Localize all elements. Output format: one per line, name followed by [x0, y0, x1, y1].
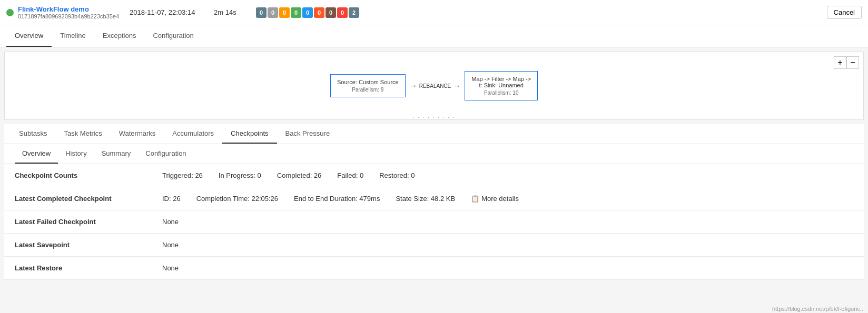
- duration-value: End to End Duration: 479ms: [294, 195, 380, 203]
- triggered-count: Triggered: 26: [162, 171, 203, 179]
- zoom-in-button[interactable]: +: [834, 56, 846, 69]
- job-datetime: 2018-11-07, 22:03:14: [130, 8, 203, 16]
- subtab-overview[interactable]: Overview: [15, 144, 58, 164]
- job-status-dot: [6, 9, 14, 16]
- savepoint-value: None: [162, 241, 179, 249]
- row-label-counts: Checkpoint Counts: [4, 164, 152, 187]
- table-row: Checkpoint Counts Triggered: 26 In Progr…: [4, 164, 864, 187]
- tab-timeline[interactable]: Timeline: [52, 25, 94, 47]
- arrow-icon: →: [410, 82, 417, 90]
- tab-task-metrics[interactable]: Task Metrics: [55, 124, 110, 144]
- in-progress-count: In Progress: 0: [219, 171, 261, 179]
- tab-back-pressure[interactable]: Back Pressure: [277, 124, 339, 144]
- job-info: Flink-WorkFlow demo 0171897fa809692093b4…: [6, 5, 119, 19]
- row-label-savepoint: Latest Savepoint: [4, 234, 152, 257]
- resize-handle[interactable]: · · · · · · · · ·: [5, 115, 863, 119]
- arrow-icon-2: →: [453, 82, 460, 90]
- table-row: Latest Completed Checkpoint ID: 26 Compl…: [4, 187, 864, 210]
- job-id: 0171897fa809692093b4a9b223cb35e4: [18, 13, 119, 19]
- job-graph: + − Source: Custom Source Parallelism: 8…: [4, 52, 864, 120]
- row-label-completed: Latest Completed Checkpoint: [4, 187, 152, 210]
- external-link-icon: 📋: [471, 195, 479, 203]
- content-area: Checkpoint Counts Triggered: 26 In Progr…: [4, 164, 864, 280]
- badge-deploying: 0: [279, 7, 290, 18]
- tab-subtasks[interactable]: Subtasks: [11, 124, 55, 144]
- top-navigation: Overview Timeline Exceptions Configurati…: [0, 25, 868, 47]
- badge-created: 0: [256, 7, 267, 18]
- row-label-failed: Latest Failed Checkpoint: [4, 210, 152, 234]
- tab-overview[interactable]: Overview: [6, 25, 52, 47]
- badge-canceling: 0: [314, 7, 324, 18]
- badge-count: 2: [349, 7, 359, 18]
- state-size: State Size: 48.2 KB: [396, 195, 455, 203]
- restored-count: Restored: 0: [379, 171, 415, 179]
- graph-content: Source: Custom Source Parallelism: 8 → R…: [5, 52, 863, 119]
- table-row: Latest Failed Checkpoint None: [4, 210, 864, 234]
- checkpoint-table: Checkpoint Counts Triggered: 26 In Progr…: [4, 164, 864, 280]
- sink-node-title: Map -> Filter -> Map ->t: Sink: Unnamed: [471, 76, 531, 88]
- completion-time: Completion Time: 22:05:26: [196, 195, 278, 203]
- checkpoint-id: ID: 26: [162, 195, 181, 203]
- tab-exceptions[interactable]: Exceptions: [94, 25, 145, 47]
- failed-count: Failed: 0: [337, 171, 363, 179]
- subtab-history[interactable]: History: [58, 144, 94, 164]
- job-duration: 2m 14s: [214, 8, 245, 16]
- badge-scheduled: 0: [268, 7, 278, 18]
- failed-value: None: [162, 218, 179, 226]
- tab-accumulators[interactable]: Accumulators: [164, 124, 222, 144]
- completed-count: Completed: 26: [277, 171, 322, 179]
- tab-configuration[interactable]: Configuration: [144, 25, 202, 47]
- source-node-parallelism: Parallelism: 8: [337, 87, 399, 93]
- graph-edge: → REBALANCE →: [410, 82, 461, 90]
- subtab-summary[interactable]: Summary: [94, 144, 139, 164]
- zoom-out-button[interactable]: −: [846, 56, 859, 69]
- badge-canceled: 0: [326, 7, 336, 18]
- row-label-restore: Latest Restore: [4, 257, 152, 280]
- badge-finished: 0: [302, 7, 313, 18]
- more-details-label: More details: [481, 195, 519, 203]
- sink-node-parallelism: Parallelism: 10: [471, 90, 531, 96]
- source-node[interactable]: Source: Custom Source Parallelism: 8: [330, 74, 406, 97]
- badge-failed: 0: [337, 7, 348, 18]
- source-node-title: Source: Custom Source: [337, 79, 399, 85]
- badge-running: 0: [291, 7, 301, 18]
- table-row: Latest Savepoint None: [4, 234, 864, 257]
- completed-data: ID: 26 Completion Time: 22:05:26 End to …: [162, 195, 853, 203]
- job-name: Flink-WorkFlow demo: [18, 5, 119, 13]
- edge-label: REBALANCE: [419, 83, 451, 89]
- graph-controls: + −: [834, 56, 859, 69]
- sink-node[interactable]: Map -> Filter -> Map ->t: Sink: Unnamed …: [465, 71, 538, 100]
- restore-value: None: [162, 264, 179, 272]
- counts-data: Triggered: 26 In Progress: 0 Completed: …: [162, 171, 853, 179]
- subtab-configuration[interactable]: Configuration: [138, 144, 193, 164]
- section-tabs: Subtasks Task Metrics Watermarks Accumul…: [4, 124, 864, 144]
- cancel-button[interactable]: Cancel: [827, 6, 862, 19]
- header-bar: Flink-WorkFlow demo 0171897fa809692093b4…: [0, 0, 868, 25]
- sub-tabs: Overview History Summary Configuration: [4, 144, 864, 164]
- table-row: Latest Restore None: [4, 257, 864, 280]
- tab-watermarks[interactable]: Watermarks: [111, 124, 164, 144]
- status-badges: 0 0 0 0 0 0 0 0 2: [256, 7, 359, 18]
- tab-checkpoints[interactable]: Checkpoints: [222, 124, 277, 144]
- more-details-link[interactable]: 📋 More details: [471, 195, 519, 203]
